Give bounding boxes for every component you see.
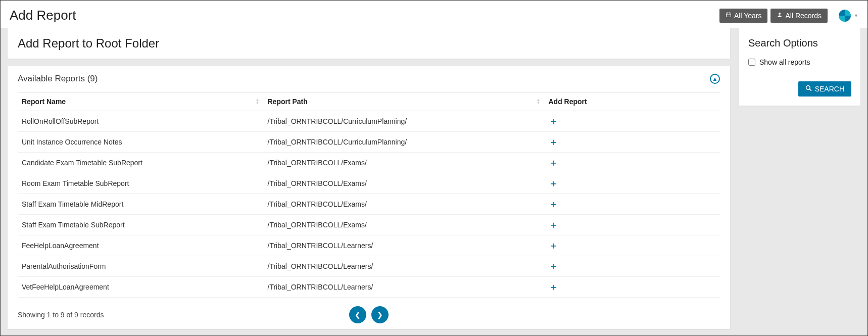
cell-add-report: ＋ bbox=[545, 277, 720, 298]
cell-report-name: ParentalAuthorisationForm bbox=[18, 256, 264, 277]
card-title: Add Report to Root Folder bbox=[18, 36, 720, 51]
cell-report-path: /Tribal_ORNTRIBCOLL/Learners/ bbox=[264, 256, 545, 277]
sort-icon: ▲▼ bbox=[256, 99, 260, 105]
chevron-up-icon: ▲ bbox=[712, 76, 718, 82]
top-actions: All Years All Records ▼ bbox=[719, 9, 858, 23]
add-report-button[interactable]: ＋ bbox=[549, 136, 559, 148]
column-header-name[interactable]: Report Name ▲▼ bbox=[18, 92, 264, 111]
add-report-button[interactable]: ＋ bbox=[549, 260, 559, 272]
reports-card: Available Reports (9) ▲ Report Name ▲▼ bbox=[8, 66, 730, 329]
cell-report-name: Room Exam Timetable SubReport bbox=[18, 173, 264, 194]
column-header-path[interactable]: Report Path ▲▼ bbox=[264, 92, 545, 111]
cell-add-report: ＋ bbox=[545, 194, 720, 215]
top-bar: Add Report All Years All Records bbox=[1, 1, 867, 28]
pager: ❮ ❯ bbox=[349, 306, 389, 323]
reports-table: Report Name ▲▼ Report Path ▲▼ Add Report bbox=[18, 92, 720, 298]
add-report-button[interactable]: ＋ bbox=[549, 281, 559, 293]
add-report-button[interactable]: ＋ bbox=[549, 239, 559, 252]
cell-report-path: /Tribal_ORNTRIBCOLL/Exams/ bbox=[264, 215, 545, 235]
add-report-button[interactable]: ＋ bbox=[549, 219, 559, 231]
cell-report-path: /Tribal_ORNTRIBCOLL/Learners/ bbox=[264, 235, 545, 256]
records-info: Showing 1 to 9 of 9 records bbox=[18, 311, 104, 319]
show-all-reports-label: Show all reports bbox=[759, 58, 810, 66]
cell-report-name: Unit Instance Occurrence Notes bbox=[18, 132, 264, 153]
table-row: Candidate Exam Timetable SubReport/Triba… bbox=[18, 153, 720, 173]
table-row: Staff Exam Timetable MidReport/Tribal_OR… bbox=[18, 194, 720, 215]
plus-icon: ＋ bbox=[549, 282, 558, 292]
cell-report-path: /Tribal_ORNTRIBCOLL/CurriculumPlanning/ bbox=[264, 132, 545, 153]
cell-report-path: /Tribal_ORNTRIBCOLL/Exams/ bbox=[264, 173, 545, 194]
table-row: Room Exam Timetable SubReport/Tribal_ORN… bbox=[18, 173, 720, 194]
table-row: FeeHelpLoanAgreement/Tribal_ORNTRIBCOLL/… bbox=[18, 235, 720, 256]
cell-report-path: /Tribal_ORNTRIBCOLL/CurriculumPlanning/ bbox=[264, 111, 545, 132]
collapse-button[interactable]: ▲ bbox=[710, 74, 720, 84]
column-path-label: Report Path bbox=[268, 98, 308, 106]
plus-icon: ＋ bbox=[549, 178, 558, 188]
plus-icon: ＋ bbox=[549, 220, 558, 230]
search-options-card: Search Options Show all reports SEARCH bbox=[739, 28, 860, 106]
table-row: ParentalAuthorisationForm/Tribal_ORNTRIB… bbox=[18, 256, 720, 277]
next-page-button[interactable]: ❯ bbox=[371, 306, 389, 323]
add-report-button[interactable]: ＋ bbox=[549, 198, 559, 210]
column-header-add: Add Report bbox=[545, 92, 720, 111]
show-all-reports-checkbox[interactable] bbox=[748, 59, 755, 66]
cell-report-name: Staff Exam Timetable SubReport bbox=[18, 215, 264, 235]
cell-report-name: RollOnRollOffSubReport bbox=[18, 111, 264, 132]
cell-add-report: ＋ bbox=[545, 111, 720, 132]
cell-add-report: ＋ bbox=[545, 256, 720, 277]
plus-icon: ＋ bbox=[549, 261, 558, 271]
chevron-left-icon: ❮ bbox=[355, 311, 361, 319]
table-row: Unit Instance Occurrence Notes/Tribal_OR… bbox=[18, 132, 720, 153]
cell-report-name: VetFeeHelpLoanAgreement bbox=[18, 277, 264, 298]
plus-icon: ＋ bbox=[549, 199, 558, 209]
cell-add-report: ＋ bbox=[545, 173, 720, 194]
person-icon bbox=[777, 12, 783, 19]
search-icon bbox=[805, 85, 812, 93]
page-title: Add Report bbox=[10, 8, 76, 23]
cell-add-report: ＋ bbox=[545, 215, 720, 235]
all-years-label: All Years bbox=[734, 12, 761, 20]
svg-rect-0 bbox=[727, 13, 731, 17]
search-options-title: Search Options bbox=[748, 37, 851, 49]
avatar-icon bbox=[838, 9, 852, 23]
plus-icon: ＋ bbox=[549, 137, 558, 147]
table-row: Staff Exam Timetable SubReport/Tribal_OR… bbox=[18, 215, 720, 235]
plus-icon: ＋ bbox=[549, 241, 558, 251]
chevron-down-icon: ▼ bbox=[854, 13, 858, 18]
sort-icon: ▲▼ bbox=[537, 99, 541, 105]
table-row: RollOnRollOffSubReport/Tribal_ORNTRIBCOL… bbox=[18, 111, 720, 132]
chevron-right-icon: ❯ bbox=[377, 311, 383, 319]
cell-report-name: Staff Exam Timetable MidReport bbox=[18, 194, 264, 215]
user-menu[interactable]: ▼ bbox=[838, 9, 858, 23]
show-all-reports-row[interactable]: Show all reports bbox=[748, 58, 851, 66]
title-card: Add Report to Root Folder bbox=[8, 28, 730, 59]
add-report-button[interactable]: ＋ bbox=[549, 115, 559, 127]
cell-add-report: ＋ bbox=[545, 132, 720, 153]
cell-report-path: /Tribal_ORNTRIBCOLL/Exams/ bbox=[264, 194, 545, 215]
calendar-icon bbox=[726, 12, 732, 19]
all-records-button[interactable]: All Records bbox=[770, 9, 828, 23]
all-years-button[interactable]: All Years bbox=[719, 9, 767, 23]
all-records-label: All Records bbox=[785, 12, 822, 20]
add-report-button[interactable]: ＋ bbox=[549, 157, 559, 169]
search-button-label: SEARCH bbox=[815, 85, 844, 93]
column-name-label: Report Name bbox=[22, 98, 66, 106]
cell-report-name: Candidate Exam Timetable SubReport bbox=[18, 153, 264, 173]
svg-point-5 bbox=[806, 86, 810, 90]
add-report-button[interactable]: ＋ bbox=[549, 177, 559, 189]
cell-add-report: ＋ bbox=[545, 153, 720, 173]
cell-add-report: ＋ bbox=[545, 235, 720, 256]
cell-report-path: /Tribal_ORNTRIBCOLL/Learners/ bbox=[264, 277, 545, 298]
table-row: VetFeeHelpLoanAgreement/Tribal_ORNTRIBCO… bbox=[18, 277, 720, 298]
prev-page-button[interactable]: ❮ bbox=[349, 306, 366, 323]
svg-point-4 bbox=[779, 13, 781, 15]
column-add-label: Add Report bbox=[549, 98, 587, 106]
cell-report-path: /Tribal_ORNTRIBCOLL/Exams/ bbox=[264, 153, 545, 173]
plus-icon: ＋ bbox=[549, 158, 558, 168]
plus-icon: ＋ bbox=[549, 116, 558, 126]
svg-line-6 bbox=[809, 89, 811, 91]
search-button[interactable]: SEARCH bbox=[798, 81, 851, 97]
section-title: Available Reports (9) bbox=[18, 74, 98, 84]
cell-report-name: FeeHelpLoanAgreement bbox=[18, 235, 264, 256]
